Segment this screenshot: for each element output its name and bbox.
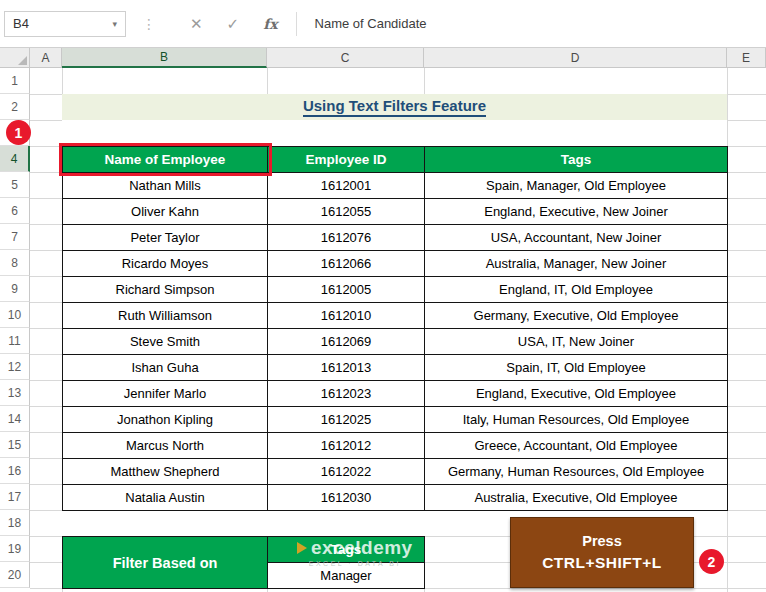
- row-header-8[interactable]: 8: [0, 250, 30, 276]
- cell-employee-name[interactable]: Ishan Guha: [63, 355, 268, 381]
- formula-input[interactable]: Name of Candidate: [315, 16, 427, 31]
- step1-highlight-box: [59, 143, 272, 176]
- cell-tags[interactable]: England, IT, Old Employee: [425, 277, 728, 303]
- column-header-A[interactable]: A: [30, 48, 62, 68]
- cell-employee-name[interactable]: Oliver Kahn: [63, 199, 268, 225]
- row-header-18[interactable]: 18: [0, 510, 30, 536]
- step-2-badge: 2: [699, 549, 724, 574]
- column-header-E[interactable]: E: [727, 48, 766, 68]
- employee-table: Name of Employee Employee ID Tags Nathan…: [62, 146, 728, 511]
- cell-tags[interactable]: Australia, Manager, New Joiner: [425, 251, 728, 277]
- row-header-7[interactable]: 7: [0, 224, 30, 250]
- insert-function-icon[interactable]: fx: [263, 16, 277, 32]
- table-header-id[interactable]: Employee ID: [268, 147, 425, 173]
- row-header-2[interactable]: 2: [0, 94, 30, 120]
- row-header-17[interactable]: 17: [0, 484, 30, 510]
- row-header-4[interactable]: 4: [0, 146, 30, 172]
- cell-employee-name[interactable]: Jonathon Kipling: [63, 407, 268, 433]
- row-header-1[interactable]: 1: [0, 68, 30, 94]
- row-header-5[interactable]: 5: [0, 172, 30, 198]
- spreadsheet-grid: Using Text Filters Feature Name of Emplo…: [0, 48, 766, 592]
- excel-window: B4 ▾ ⋮ ✕ ✓ fx Name of Candidate Using Te…: [0, 0, 766, 592]
- cell-employee-id[interactable]: 1612055: [268, 199, 425, 225]
- cell-tags[interactable]: Australia, Executive, Old Employee: [425, 485, 728, 511]
- cell-employee-name[interactable]: Peter Taylor: [63, 225, 268, 251]
- table-header-tags[interactable]: Tags: [425, 147, 728, 173]
- select-all-corner[interactable]: [0, 48, 30, 68]
- cell-tags[interactable]: USA, Accountant, New Joiner: [425, 225, 728, 251]
- cell-tags[interactable]: Greece, Accountant, Old Employee: [425, 433, 728, 459]
- cell-employee-id[interactable]: 1612069: [268, 329, 425, 355]
- row-header-11[interactable]: 11: [0, 328, 30, 354]
- cell-employee-id[interactable]: 1612066: [268, 251, 425, 277]
- cancel-icon[interactable]: ✕: [190, 15, 203, 33]
- cell-employee-id[interactable]: 1612023: [268, 381, 425, 407]
- cell-employee-name[interactable]: Jennifer Marlo: [63, 381, 268, 407]
- cell-tags[interactable]: Spain, Manager, Old Employee: [425, 173, 728, 199]
- cell-employee-name[interactable]: Richard Simpson: [63, 277, 268, 303]
- cell-employee-name[interactable]: Nathan Mills: [63, 173, 268, 199]
- cell-tags[interactable]: England, Executive, New Joiner: [425, 199, 728, 225]
- cell-tags[interactable]: England, Executive, Old Employee: [425, 381, 728, 407]
- row-header-19[interactable]: 19: [0, 536, 30, 562]
- row-header-9[interactable]: 9: [0, 276, 30, 302]
- title-banner[interactable]: Using Text Filters Feature: [62, 94, 727, 120]
- cell-employee-id[interactable]: 1612010: [268, 303, 425, 329]
- cell-employee-id[interactable]: 1612001: [268, 173, 425, 199]
- row-header-10[interactable]: 10: [0, 302, 30, 328]
- cell-tags[interactable]: Germany, Executive, Old Employee: [425, 303, 728, 329]
- cell-employee-id[interactable]: 1612030: [268, 485, 425, 511]
- cell-employee-id[interactable]: 1612013: [268, 355, 425, 381]
- row-header-12[interactable]: 12: [0, 354, 30, 380]
- cell-employee-name[interactable]: Marcus North: [63, 433, 268, 459]
- cell-tags[interactable]: Italy, Human Resources, Old Employee: [425, 407, 728, 433]
- column-header-B[interactable]: B: [62, 48, 267, 68]
- column-header-C[interactable]: C: [267, 48, 424, 68]
- formula-bar: B4 ▾ ⋮ ✕ ✓ fx Name of Candidate: [0, 0, 766, 48]
- cell-reference: B4: [13, 16, 29, 31]
- row-header-16[interactable]: 16: [0, 458, 30, 484]
- cell-employee-name[interactable]: Ruth Williamson: [63, 303, 268, 329]
- row-header-14[interactable]: 14: [0, 406, 30, 432]
- step-1-badge: 1: [6, 120, 31, 145]
- cell-employee-name[interactable]: Natalia Austin: [63, 485, 268, 511]
- cell-employee-id[interactable]: 1612005: [268, 277, 425, 303]
- callout-line1: Press: [582, 533, 622, 549]
- cell-tags[interactable]: Germany, Human Resources, Old Employee: [425, 459, 728, 485]
- column-header-D[interactable]: D: [424, 48, 727, 68]
- cell-tags[interactable]: Spain, IT, Old Employee: [425, 355, 728, 381]
- cell-employee-id[interactable]: 1612022: [268, 459, 425, 485]
- filter-based-on-cell[interactable]: Filter Based on: [62, 536, 268, 589]
- name-box[interactable]: B4 ▾: [4, 11, 126, 37]
- row-header-15[interactable]: 15: [0, 432, 30, 458]
- cell-employee-id[interactable]: 1612025: [268, 407, 425, 433]
- shortcut-callout: Press CTRL+SHIFT+L: [510, 517, 694, 588]
- name-box-dropdown-icon[interactable]: ▾: [112, 19, 117, 29]
- cell-employee-name[interactable]: Matthew Shepherd: [63, 459, 268, 485]
- row-header-6[interactable]: 6: [0, 198, 30, 224]
- page-title: Using Text Filters Feature: [303, 97, 486, 117]
- callout-line2: CTRL+SHIFT+L: [542, 554, 662, 572]
- filter-value-cell[interactable]: Manager: [267, 562, 425, 589]
- formula-bar-drag-handle-icon: ⋮: [142, 16, 156, 32]
- cell-employee-id[interactable]: 1612012: [268, 433, 425, 459]
- row-header-20[interactable]: 20: [0, 562, 30, 588]
- cell-tags[interactable]: USA, IT, New Joiner: [425, 329, 728, 355]
- formula-bar-divider: [296, 12, 297, 36]
- enter-icon[interactable]: ✓: [227, 15, 240, 33]
- cell-employee-name[interactable]: Ricardo Moyes: [63, 251, 268, 277]
- cell-employee-id[interactable]: 1612076: [268, 225, 425, 251]
- cell-employee-name[interactable]: Steve Smith: [63, 329, 268, 355]
- filter-tags-header-cell[interactable]: Tags: [267, 536, 425, 563]
- row-header-13[interactable]: 13: [0, 380, 30, 406]
